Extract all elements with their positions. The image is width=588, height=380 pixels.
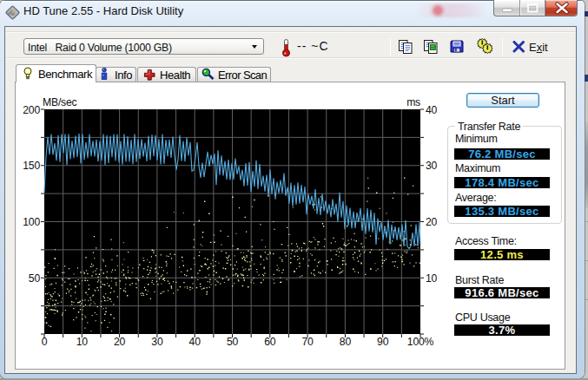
svg-text:10: 10 xyxy=(76,336,89,348)
svg-text:60: 60 xyxy=(264,336,276,348)
svg-text:200: 200 xyxy=(23,104,40,116)
svg-text:70: 70 xyxy=(302,336,314,348)
svg-text:100: 100 xyxy=(23,216,40,228)
svg-text:90: 90 xyxy=(377,336,389,348)
svg-text:40: 40 xyxy=(189,336,202,348)
svg-text:MB/sec: MB/sec xyxy=(43,96,77,108)
svg-text:100%: 100% xyxy=(407,336,434,348)
svg-text:30: 30 xyxy=(426,160,438,172)
svg-text:50: 50 xyxy=(29,272,41,285)
svg-text:ms: ms xyxy=(406,96,420,108)
svg-text:10: 10 xyxy=(426,272,438,285)
svg-text:80: 80 xyxy=(340,336,352,348)
svg-text:20: 20 xyxy=(426,216,438,228)
svg-text:50: 50 xyxy=(227,336,239,348)
svg-text:20: 20 xyxy=(114,336,126,348)
svg-text:150: 150 xyxy=(23,160,40,172)
svg-text:0: 0 xyxy=(42,336,48,348)
svg-text:40: 40 xyxy=(426,104,438,116)
svg-text:30: 30 xyxy=(151,336,163,348)
